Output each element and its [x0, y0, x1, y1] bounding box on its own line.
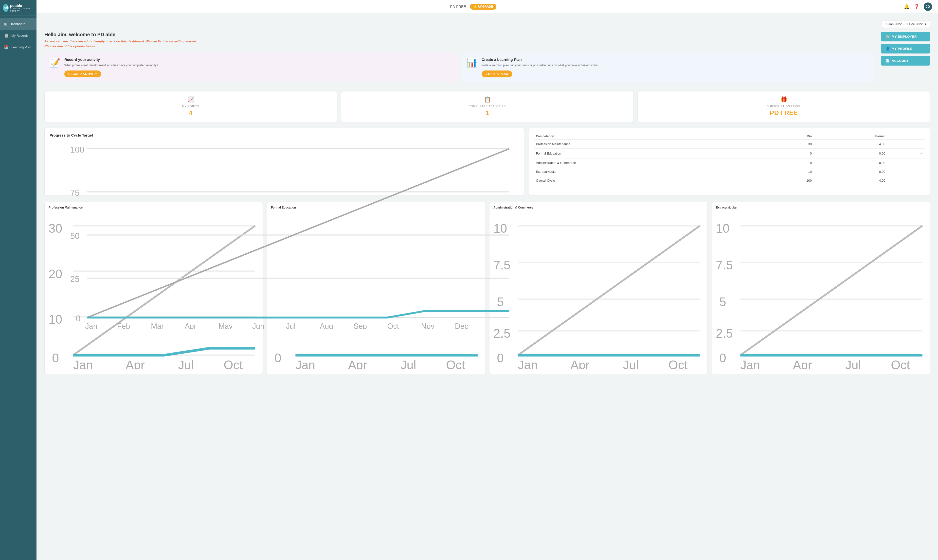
svg-text:2.5: 2.5: [716, 326, 733, 340]
getting-started-link[interactable]: getting started.: [174, 40, 197, 43]
plan-card-title: Create a Learning Plan: [482, 57, 598, 62]
subscription-icon: 🎁: [642, 96, 925, 103]
table-row: Overall Cycle 100 4.00: [534, 176, 925, 185]
svg-text:5: 5: [719, 295, 726, 309]
table-row: Administration & Commerce 10 0.00: [534, 158, 925, 168]
create-plan-icon: 📊: [467, 57, 477, 68]
profile-icon: 👤: [886, 47, 890, 51]
svg-text:Apr: Apr: [126, 358, 145, 369]
svg-text:Apr: Apr: [570, 358, 589, 369]
help-button[interactable]: ❓: [914, 4, 919, 9]
date-range-label: 1 Jan 2022 - 31 Dec 2022: [886, 22, 923, 26]
subscription-value: PD FREE: [642, 109, 925, 117]
svg-text:0: 0: [719, 351, 726, 365]
comp-name: Overall Cycle: [534, 176, 765, 185]
date-range-button[interactable]: 1 Jan 2022 - 31 Dec 2022 ▾: [882, 20, 930, 28]
svg-text:0: 0: [497, 351, 504, 365]
chevron-down-icon: ▾: [925, 22, 926, 26]
comp-check: [887, 168, 925, 176]
comp-check: [887, 176, 925, 185]
mini-chart-extra-title: Extracurricular: [716, 206, 926, 209]
notifications-button[interactable]: 🔔: [904, 4, 909, 9]
completed-activities-card: 📋 COMPLETED ACTIVITIES 1: [341, 91, 634, 122]
my-employer-button[interactable]: 🏢 MY EMPLOYER: [881, 32, 930, 42]
welcome-title: Hello Jim, welcome to PD able: [45, 32, 875, 37]
svg-text:100: 100: [70, 145, 84, 154]
points-value: 4: [49, 109, 332, 117]
welcome-area: Hello Jim, welcome to PD able As you can…: [45, 32, 930, 84]
quick-links: 🏢 MY EMPLOYER 👤 MY PROFILE 📄 ACCOUNT: [881, 32, 930, 84]
upgrade-button[interactable]: ⭐ UPGRADE: [470, 4, 496, 9]
main-area: PD FREE ⭐ UPGRADE 🔔 ❓ JG 1: [37, 0, 938, 560]
svg-text:0: 0: [52, 351, 59, 365]
points-label: MY POINTS: [49, 105, 332, 108]
record-card-desc: What professional development activities…: [65, 63, 158, 68]
logo-tagline: RECORD • TRACK • REPORT: [10, 8, 34, 12]
action-cards: 📝 Record your activity What professional…: [45, 52, 875, 82]
account-button[interactable]: 📄 ACCOUNT: [881, 56, 930, 66]
competency-card: Competency Min Earned Profession Mainten…: [529, 128, 930, 196]
competency-table: Competency Min Earned Profession Mainten…: [534, 133, 925, 185]
main-chart-area: 100 75 50 25 0: [49, 141, 519, 191]
sidebar-item-label: Dashboard: [9, 22, 25, 26]
svg-text:Apr: Apr: [793, 358, 812, 369]
logo-icon: pd: [3, 4, 9, 12]
dashboard-icon: ⊞: [4, 22, 7, 26]
stats-row: 📈 MY POINTS 4 📋 COMPLETED ACTIVITIES 1 🎁…: [45, 91, 930, 122]
record-activity-text: Record your activity What professional d…: [65, 57, 158, 77]
date-range-wrapper: 1 Jan 2022 - 31 Dec 2022 ▾: [45, 20, 930, 28]
record-activity-button[interactable]: RECORD ACTIVITY: [65, 71, 101, 77]
subscription-label: SUBSCRIPTION LEVEL: [642, 105, 925, 108]
sidebar-item-learning-plan[interactable]: 📅 Learning Plan: [0, 42, 37, 53]
mini-chart-admin-title: Administration & Commerce: [493, 206, 704, 209]
admin-chart-svg: 10 7.5 5 2.5 0 Jan: [493, 212, 704, 369]
svg-text:Nov: Nov: [421, 322, 435, 329]
svg-text:Jul: Jul: [845, 358, 861, 369]
comp-name: Administration & Commerce: [534, 158, 765, 168]
svg-text:Apr: Apr: [348, 358, 367, 369]
svg-text:75: 75: [70, 188, 80, 197]
comp-min: 30: [765, 140, 814, 149]
employer-icon: 🏢: [886, 35, 890, 38]
content: 1 Jan 2022 - 31 Dec 2022 ▾ Hello Jim, we…: [37, 13, 938, 381]
svg-line-68: [740, 226, 922, 355]
svg-text:0: 0: [76, 314, 81, 323]
avatar[interactable]: JG: [924, 3, 932, 11]
comp-check: ✓: [887, 149, 925, 158]
svg-text:Jan: Jan: [740, 358, 760, 369]
comp-earned: 0.00: [814, 158, 887, 168]
svg-text:Jul: Jul: [178, 358, 194, 369]
svg-text:Oct: Oct: [891, 358, 910, 369]
progress-chart-title: Progress to Cycle Target: [49, 133, 519, 137]
activities-value: 1: [346, 109, 628, 117]
sidebar-logo: pd pdable RECORD • TRACK • REPORT: [0, 0, 37, 16]
start-plan-button[interactable]: START A PLAN: [482, 71, 512, 77]
svg-text:Aug: Aug: [320, 322, 333, 329]
svg-text:Feb: Feb: [117, 322, 130, 329]
svg-text:Jan: Jan: [85, 322, 97, 329]
topbar: PD FREE ⭐ UPGRADE 🔔 ❓ JG: [37, 0, 938, 13]
svg-text:Jul: Jul: [623, 358, 639, 369]
comp-min: 0: [765, 149, 814, 158]
sidebar-item-my-records[interactable]: 📋 My Records: [0, 30, 37, 42]
svg-text:Oct: Oct: [224, 358, 243, 369]
comp-header-check: [887, 133, 925, 140]
app-wrapper: pd pdable RECORD • TRACK • REPORT ⊞ Dash…: [0, 0, 938, 560]
extra-chart-svg: 10 7.5 5 2.5 0 Jan: [716, 212, 926, 369]
mini-chart-admin: Administration & Commerce 10 7.5 5 2.5 0: [489, 202, 708, 374]
comp-name: Formal Education: [534, 149, 765, 158]
my-profile-button[interactable]: 👤 MY PROFILE: [881, 44, 930, 54]
activities-icon: 📋: [346, 96, 628, 103]
comp-check: [887, 158, 925, 168]
svg-text:Jul: Jul: [400, 358, 416, 369]
progress-chart-card: Progress to Cycle Target 100 75 50 25 0: [45, 128, 524, 196]
svg-text:Dec: Dec: [455, 322, 468, 329]
svg-text:Apr: Apr: [185, 322, 196, 329]
account-icon: 📄: [886, 59, 890, 63]
record-activity-card: 📝 Record your activity What professional…: [45, 52, 457, 82]
svg-text:Sep: Sep: [354, 322, 367, 329]
comp-header-name: Competency: [534, 133, 765, 140]
svg-text:Oct: Oct: [446, 358, 465, 369]
sidebar-item-dashboard[interactable]: ⊞ Dashboard: [0, 18, 37, 30]
points-icon: 📈: [49, 96, 332, 103]
